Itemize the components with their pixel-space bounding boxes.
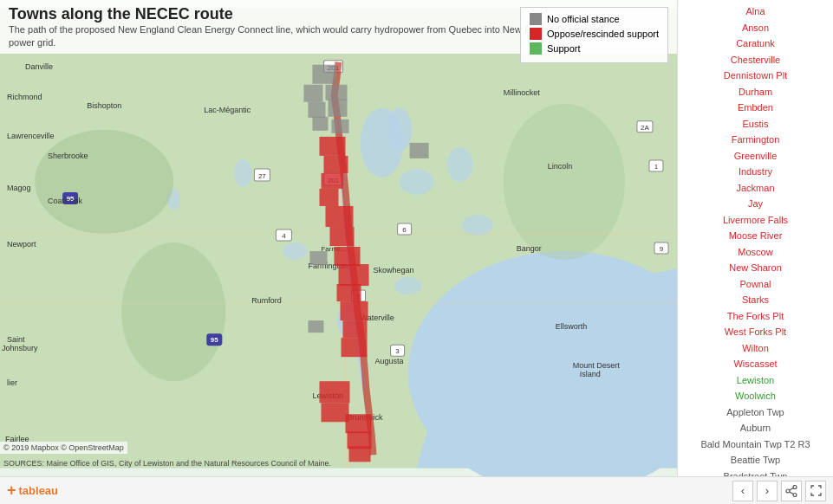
town-item[interactable]: New Sharon [678, 260, 833, 276]
svg-rect-80 [321, 173, 342, 189]
svg-rect-71 [312, 65, 336, 84]
svg-rect-77 [331, 120, 348, 133]
svg-point-99 [793, 493, 797, 496]
svg-rect-87 [341, 301, 368, 320]
share-button[interactable] [781, 481, 802, 501]
share-icon [785, 485, 797, 497]
town-item[interactable]: Dennistown Plt [678, 68, 833, 84]
town-item[interactable]: Beattie Twp [678, 452, 833, 468]
svg-point-98 [793, 485, 797, 488]
legend-item-oppose: Oppose/rescinded support [530, 28, 659, 40]
svg-rect-75 [328, 100, 347, 117]
svg-rect-82 [325, 206, 353, 227]
fullscreen-button[interactable] [805, 481, 826, 501]
svg-rect-73 [325, 85, 347, 100]
svg-rect-78 [319, 137, 345, 156]
tableau-logo: + tableau [7, 481, 58, 500]
nav-next-button[interactable]: › [757, 481, 778, 501]
town-item[interactable]: Starks [678, 292, 833, 308]
svg-rect-97 [410, 143, 429, 158]
town-item[interactable]: Durham [678, 84, 833, 100]
svg-rect-91 [321, 403, 348, 422]
town-item[interactable]: Anson [678, 20, 833, 36]
bottom-toolbar: + tableau ‹ › [0, 476, 833, 504]
town-item[interactable]: Jackman [678, 180, 833, 197]
fullscreen-icon [810, 485, 822, 496]
legend-swatch-gray [530, 13, 542, 25]
town-item[interactable]: Wilton [678, 340, 833, 357]
town-item[interactable]: Woolwich [678, 388, 833, 404]
legend-label-oppose: Oppose/rescinded support [547, 29, 659, 39]
svg-rect-81 [319, 189, 338, 206]
town-item[interactable]: Bradstreet Twp [678, 468, 833, 477]
town-item[interactable]: Greenville [678, 148, 833, 165]
svg-rect-84 [334, 247, 360, 266]
legend-swatch-red [530, 28, 542, 40]
map-attribution: © 2019 Mapbox © OpenStreetMap [0, 442, 127, 454]
main-area: 95 201 201 27 2 6 [0, 0, 833, 476]
legend-item-support: Support [530, 42, 659, 55]
svg-rect-95 [309, 251, 327, 265]
town-item[interactable]: Caratunk [678, 36, 833, 52]
svg-rect-96 [308, 320, 323, 333]
town-item[interactable]: Chesterville [678, 52, 833, 68]
svg-rect-86 [336, 284, 361, 301]
town-item[interactable]: Pownal [678, 276, 833, 293]
legend-swatch-green [530, 42, 542, 55]
town-item[interactable]: Jay [678, 196, 833, 212]
svg-rect-76 [312, 117, 328, 131]
town-item[interactable]: West Forks Plt [678, 324, 833, 340]
town-item[interactable]: Moscow [678, 244, 833, 261]
svg-point-100 [786, 489, 790, 493]
town-item[interactable]: Bald Mountain Twp T2 R3 [678, 436, 833, 453]
map-sources: SOURCES: Maine Office of GIS, City of Le… [0, 457, 335, 469]
town-item[interactable]: Farmington [678, 132, 833, 148]
town-item[interactable]: Eustis [678, 116, 833, 132]
map-section: 95 201 201 27 2 6 [0, 0, 677, 476]
svg-rect-88 [343, 320, 368, 338]
town-item[interactable]: Wiscasset [678, 356, 833, 372]
town-item[interactable]: Moose River [678, 228, 833, 244]
town-item[interactable]: Industry [678, 164, 833, 180]
svg-rect-94 [349, 446, 371, 462]
tableau-icon: + [7, 481, 16, 500]
svg-rect-89 [342, 338, 368, 357]
town-item[interactable]: The Forks Plt [678, 308, 833, 325]
svg-rect-79 [323, 156, 348, 173]
page-container: 95 201 201 27 2 6 [0, 0, 833, 504]
legend: No official stance Oppose/rescinded supp… [520, 7, 668, 63]
svg-line-101 [790, 488, 793, 490]
svg-line-102 [790, 491, 793, 494]
town-item[interactable]: Appleton Twp [678, 404, 833, 421]
town-item[interactable]: Alna [678, 3, 833, 20]
town-item[interactable]: Auburn [678, 420, 833, 436]
svg-rect-72 [303, 85, 322, 102]
svg-rect-92 [346, 414, 372, 433]
legend-item-no-stance: No official stance [530, 13, 659, 25]
town-sidebar: AlnaAnsonCaratunkChestervilleDennistown … [677, 0, 833, 476]
svg-rect-90 [319, 381, 349, 403]
tableau-text: tableau [19, 484, 59, 497]
nav-prev-button[interactable]: ‹ [732, 481, 753, 501]
bottom-nav: ‹ › [732, 481, 826, 501]
town-item[interactable]: Embden [678, 100, 833, 116]
svg-rect-83 [329, 227, 354, 246]
svg-rect-74 [308, 102, 325, 118]
legend-label-no-stance: No official stance [547, 14, 620, 24]
town-item[interactable]: Livermore Falls [678, 212, 833, 229]
town-item[interactable]: Lewiston [678, 372, 833, 389]
legend-label-support: Support [547, 43, 581, 54]
svg-rect-85 [339, 264, 369, 286]
route-overlay [0, 0, 677, 476]
